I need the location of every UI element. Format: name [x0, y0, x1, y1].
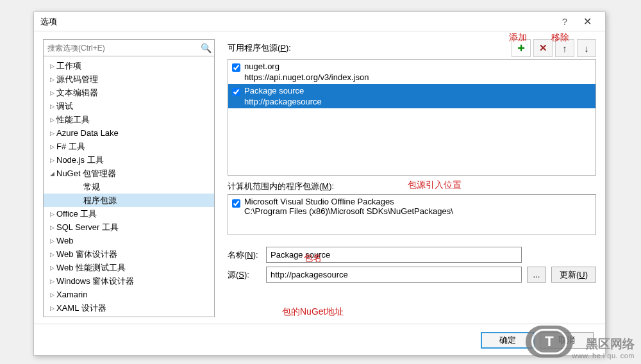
- chevron-right-icon: ▷: [47, 305, 56, 311]
- tree-item[interactable]: ▷Node.js 工具: [44, 153, 214, 167]
- chevron-right-icon: ▷: [47, 292, 56, 298]
- source-toolbar: + ✕ ↑ ↓: [512, 39, 596, 57]
- dialog-footer: 确定 取消: [34, 324, 605, 356]
- tree-item-label: Azure Data Lake: [56, 128, 119, 138]
- tree-item-label: 常规: [83, 181, 100, 193]
- source-item[interactable]: Package sourcehttp://packagesource: [228, 84, 595, 108]
- tree-item[interactable]: ▷Office 工具: [44, 207, 214, 220]
- tree-item[interactable]: ▷SQL Server 工具: [44, 220, 214, 234]
- tree-item-label: 调试: [56, 101, 73, 112]
- tree-item-label: 源代码管理: [56, 74, 98, 85]
- tree-item[interactable]: ▷调试: [44, 99, 214, 113]
- chevron-right-icon: ▷: [47, 103, 56, 110]
- machine-sources-label: 计算机范围内的程序包源(M):: [228, 181, 596, 192]
- tree-item-label: 文本编辑器: [56, 87, 98, 99]
- chevron-right-icon: ▷: [47, 265, 56, 271]
- chevron-right-icon: ▷: [47, 76, 56, 83]
- search-icon[interactable]: 🔍: [197, 43, 214, 53]
- tree-item[interactable]: ▷性能工具: [44, 113, 214, 126]
- tree-item[interactable]: ▷XAML 设计器: [44, 301, 214, 315]
- chevron-right-icon: ▷: [47, 211, 56, 217]
- tree-item-label: NuGet 包管理器: [56, 168, 116, 179]
- name-input[interactable]: [266, 247, 522, 263]
- tree-item-label: Office 工具: [56, 208, 97, 220]
- watermark-text: 黑区网络 www. he i qu. com: [572, 337, 635, 360]
- tree-item-label: XAML 设计器: [56, 302, 106, 314]
- tree-item-label: Node.js 工具: [56, 154, 104, 166]
- chevron-right-icon: ▷: [47, 238, 56, 244]
- tree-item[interactable]: ▷Xamarin: [44, 288, 214, 301]
- source-input[interactable]: [266, 267, 522, 283]
- dialog-title: 选项: [40, 16, 555, 28]
- browse-button[interactable]: ...: [527, 267, 546, 283]
- tree-item-label: 性能工具: [56, 114, 90, 126]
- name-row: 名称(N):: [228, 247, 596, 263]
- source-url: http://packagesource: [244, 96, 322, 107]
- name-label: 名称(N):: [228, 249, 261, 261]
- tree-item-label: Web 性能测试工具: [56, 262, 126, 274]
- chevron-right-icon: ▷: [47, 251, 56, 258]
- source-path: C:\Program Files (x86)\Microsoft SDKs\Nu…: [244, 206, 453, 216]
- tree-item[interactable]: ▷文本编辑器: [44, 86, 214, 99]
- tree-item[interactable]: ▷Web 窗体设计器: [44, 247, 214, 261]
- tree-item-label: 程序包源: [83, 195, 117, 206]
- chevron-right-icon: ▷: [47, 63, 56, 69]
- chevron-right-icon: ▷: [47, 224, 56, 231]
- update-button[interactable]: 更新(U): [551, 267, 596, 283]
- tree-item-label: F# 工具: [56, 141, 85, 153]
- titlebar: 选项 ? ✕: [34, 12, 605, 31]
- move-down-button[interactable]: ↓: [577, 39, 596, 57]
- source-url: https://api.nuget.org/v3/index.json: [244, 72, 369, 83]
- source-item[interactable]: nuget.orghttps://api.nuget.org/v3/index.…: [228, 60, 595, 84]
- machine-source-item[interactable]: Microsoft Visual Studio Offline Packages…: [232, 197, 592, 216]
- source-name: Package source: [244, 85, 322, 96]
- search-input[interactable]: [44, 44, 197, 53]
- source-name: nuget.org: [244, 61, 369, 72]
- add-button[interactable]: +: [512, 39, 531, 57]
- chevron-right-icon: ▷: [47, 144, 56, 150]
- close-icon[interactable]: ✕: [574, 15, 600, 28]
- tree-item[interactable]: 常规: [44, 180, 214, 194]
- source-name: Microsoft Visual Studio Offline Packages: [244, 197, 453, 206]
- options-dialog: 选项 ? ✕ 🔍 ▷工作项▷源代码管理▷文本编辑器▷调试▷性能工具▷Azure …: [33, 12, 606, 356]
- tree-item-label: SQL Server 工具: [56, 222, 119, 233]
- move-up-button[interactable]: ↑: [555, 39, 574, 57]
- tree-item[interactable]: 程序包源: [44, 194, 214, 207]
- dialog-body: 🔍 ▷工作项▷源代码管理▷文本编辑器▷调试▷性能工具▷Azure Data La…: [34, 31, 605, 321]
- tree-item[interactable]: ▷Web 性能测试工具: [44, 261, 214, 274]
- tree-item[interactable]: ▷Azure Data Lake: [44, 126, 214, 140]
- source-checkbox[interactable]: [232, 63, 240, 72]
- remove-button[interactable]: ✕: [533, 39, 553, 57]
- tree-item-label: Web: [56, 236, 74, 245]
- search-box[interactable]: 🔍: [43, 39, 215, 56]
- available-sources-label: 可用程序包源(P):: [228, 42, 291, 54]
- tree-item[interactable]: ▷Windows 窗体设计器: [44, 274, 214, 288]
- source-checkbox[interactable]: [232, 88, 240, 96]
- sources-header: 可用程序包源(P): + ✕ ↑ ↓: [228, 39, 596, 57]
- tree-item-label: Xamarin: [56, 290, 87, 299]
- chevron-right-icon: ▷: [47, 130, 56, 136]
- source-fields: 名称(N): 源(S): ... 更新(U): [228, 247, 596, 286]
- machine-sources-listbox[interactable]: Microsoft Visual Studio Offline Packages…: [228, 194, 596, 235]
- tree-item-label: Windows 窗体设计器: [56, 276, 134, 287]
- source-checkbox[interactable]: [232, 199, 240, 208]
- tree-item[interactable]: ▷工作项: [44, 59, 214, 72]
- chevron-right-icon: ▷: [47, 117, 56, 123]
- chevron-down-icon: ◢: [47, 170, 56, 177]
- chevron-right-icon: ▷: [47, 157, 56, 163]
- tree-item[interactable]: ▷F# 工具: [44, 140, 214, 153]
- right-panel: 可用程序包源(P): + ✕ ↑ ↓ nuget.orghttps://api.…: [228, 39, 596, 321]
- sources-listbox[interactable]: nuget.orghttps://api.nuget.org/v3/index.…: [228, 59, 596, 176]
- source-label: 源(S):: [228, 269, 261, 281]
- left-panel: 🔍 ▷工作项▷源代码管理▷文本编辑器▷调试▷性能工具▷Azure Data La…: [43, 39, 215, 321]
- tree-item[interactable]: ▷源代码管理: [44, 72, 214, 86]
- options-tree[interactable]: ▷工作项▷源代码管理▷文本编辑器▷调试▷性能工具▷Azure Data Lake…: [43, 56, 215, 317]
- tree-item-label: Web 窗体设计器: [56, 249, 117, 260]
- tree-item-label: 工作项: [56, 60, 81, 72]
- tree-item[interactable]: ◢NuGet 包管理器: [44, 167, 214, 180]
- help-icon[interactable]: ?: [555, 16, 574, 27]
- source-row: 源(S): ... 更新(U): [228, 267, 596, 283]
- chevron-right-icon: ▷: [47, 278, 56, 285]
- chevron-right-icon: ▷: [47, 90, 56, 96]
- tree-item[interactable]: ▷Web: [44, 234, 214, 247]
